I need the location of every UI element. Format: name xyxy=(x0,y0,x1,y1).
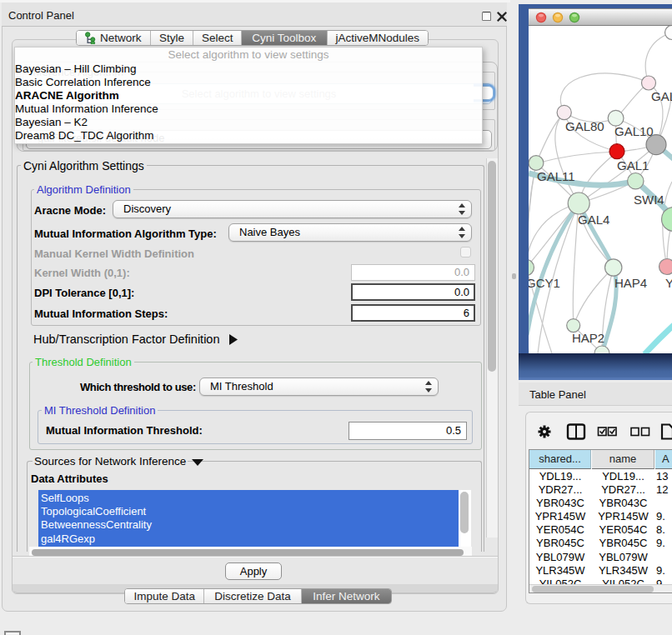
svg-text:Y: Y xyxy=(665,276,672,290)
svg-text:GAL10: GAL10 xyxy=(614,124,654,138)
svg-text:HAP2: HAP2 xyxy=(572,331,604,345)
svg-text:GAL11: GAL11 xyxy=(537,169,575,183)
svg-text:GAL1: GAL1 xyxy=(617,158,649,172)
svg-text:GAL: GAL xyxy=(651,89,672,103)
svg-text:HAP4: HAP4 xyxy=(614,276,647,290)
svg-text:GAL80: GAL80 xyxy=(565,119,604,133)
svg-text:GAL4: GAL4 xyxy=(578,212,609,227)
svg-text:SWI4: SWI4 xyxy=(634,192,664,207)
svg-text:GCY1: GCY1 xyxy=(529,276,560,290)
